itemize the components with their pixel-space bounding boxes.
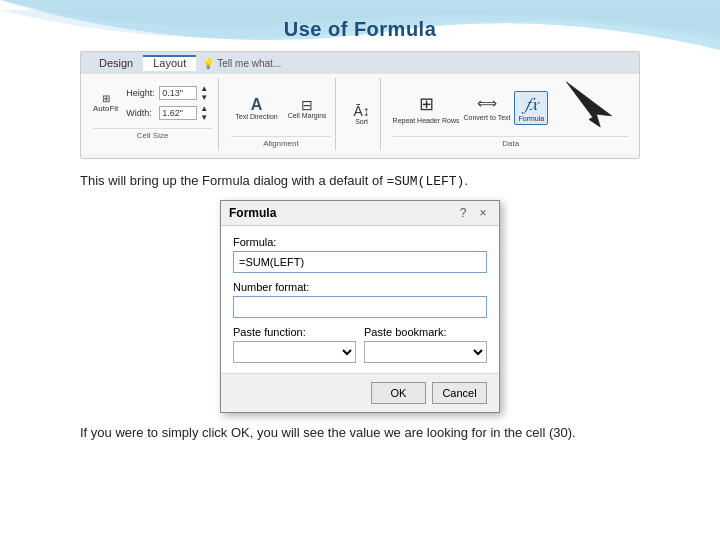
description-period: . [464, 173, 468, 188]
formula-arrow [559, 77, 619, 132]
paste-bookmark-label: Paste bookmark: [364, 326, 487, 338]
convert-to-text-button[interactable]: ⟺ Convert to Text [464, 94, 511, 121]
lightbulb-icon: 💡 [202, 58, 214, 69]
repeat-header-label: Repeat Header Rows [393, 117, 460, 125]
fx-icon: 𝑓𝑥 [525, 94, 538, 115]
formula-field-input[interactable] [233, 251, 487, 273]
cell-margins-button[interactable]: ⊟ Cell Margins [284, 96, 331, 121]
height-input[interactable] [159, 86, 197, 100]
dialog-container: Formula ? × Formula: Number format: Past… [80, 200, 640, 413]
ribbon-screenshot: Design Layout 💡 Tell me what... ⊞ AutoFi… [80, 51, 640, 159]
sort-button[interactable]: Ā↕ Sort [348, 102, 376, 127]
convert-text-label: Convert to Text [464, 114, 511, 122]
text-direction-button[interactable]: A Text Direction [231, 95, 281, 122]
text-direction-icon: A [251, 97, 263, 113]
ok-button[interactable]: OK [371, 382, 426, 404]
repeat-header-icon: ⊞ [419, 92, 434, 117]
cell-margins-icon: ⊟ [301, 98, 313, 112]
cancel-button[interactable]: Cancel [432, 382, 487, 404]
ribbon-tab-bar: Design Layout 💡 Tell me what... [81, 52, 639, 74]
cell-size-label: Cell Size [93, 128, 212, 140]
cell-size-section: Height: ▲▼ Width: ▲▼ [122, 80, 212, 126]
dialog-close-button[interactable]: × [475, 205, 491, 221]
number-format-input[interactable] [233, 296, 487, 318]
width-input[interactable] [159, 106, 197, 120]
number-format-label: Number format: [233, 281, 487, 293]
autofit-label: AutoFit [93, 104, 118, 113]
dialog-footer: OK Cancel [221, 373, 499, 412]
dialog-help-button[interactable]: ? [455, 205, 471, 221]
height-label: Height: [126, 88, 156, 98]
formula-default-value: =SUM(LEFT) [386, 174, 464, 189]
formula-field-label: Formula: [233, 236, 487, 248]
dialog-title: Formula [229, 206, 276, 220]
repeat-header-rows-button[interactable]: ⊞ Repeat Header Rows [393, 92, 460, 125]
text-direction-label: Text Direction [235, 113, 277, 120]
sort-icon: Ā↕ [353, 104, 369, 118]
description-text: This will bring up the Formula dialog wi… [80, 171, 640, 192]
formula-dialog: Formula ? × Formula: Number format: Past… [220, 200, 500, 413]
cell-margins-label: Cell Margins [288, 112, 327, 119]
paste-bookmark-select[interactable] [364, 341, 487, 363]
description-static-text: This will bring up the Formula dialog wi… [80, 173, 386, 188]
paste-function-group: Paste function: [233, 326, 356, 363]
width-up-icon: ▲▼ [200, 104, 208, 122]
dialog-select-row: Paste function: Paste bookmark: [233, 326, 487, 363]
paste-function-label: Paste function: [233, 326, 356, 338]
formula-label: Formula [518, 115, 544, 122]
paste-bookmark-group: Paste bookmark: [364, 326, 487, 363]
ribbon-body: ⊞ AutoFit Height: ▲▼ Width: ▲▼ [81, 74, 639, 154]
sort-label: Sort [355, 118, 368, 125]
tab-layout[interactable]: Layout [143, 55, 196, 71]
alignment-label: Alignment [231, 136, 330, 148]
paste-function-select[interactable] [233, 341, 356, 363]
formula-button[interactable]: 𝑓𝑥 Formula [514, 91, 548, 125]
data-section-label: Data [393, 136, 629, 148]
dialog-titlebar: Formula ? × [221, 201, 499, 226]
bottom-description-text: If you were to simply click OK, you will… [80, 423, 640, 443]
page-title: Use of Formula [0, 18, 720, 41]
width-label: Width: [126, 108, 156, 118]
dialog-controls: ? × [455, 205, 491, 221]
tab-design[interactable]: Design [89, 55, 143, 71]
tab-tell-me[interactable]: 💡 Tell me what... [196, 56, 287, 71]
convert-text-icon: ⟺ [477, 94, 497, 114]
height-up-icon: ▲▼ [200, 84, 208, 102]
dialog-body: Formula: Number format: Paste function: … [221, 226, 499, 373]
